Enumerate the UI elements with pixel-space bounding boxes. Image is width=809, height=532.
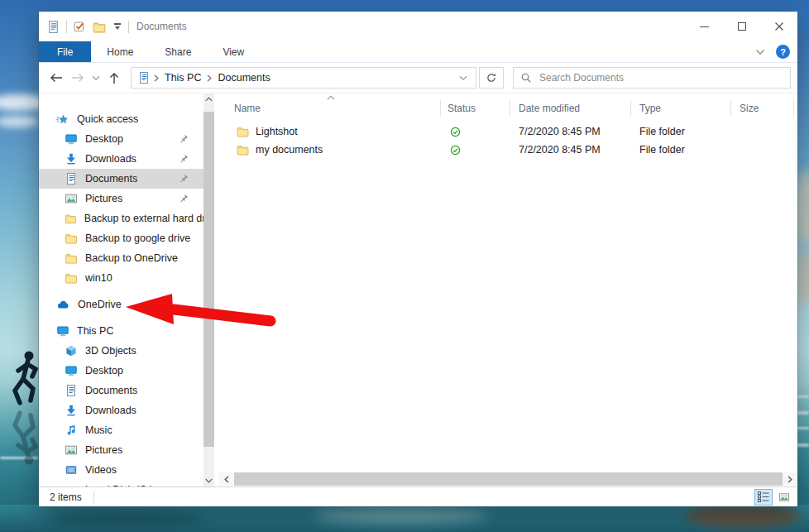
scrollbar-thumb[interactable]: [234, 472, 783, 486]
onedrive-cloud-icon: [56, 299, 70, 310]
file-list-pane: Name Status Date modified Type Size Ligh…: [214, 93, 797, 486]
back-arrow-icon: [50, 73, 63, 83]
sidebar-item-pictures-qa[interactable]: Pictures: [39, 189, 203, 208]
pin-icon: [179, 193, 190, 204]
properties-checkbox-icon[interactable]: [73, 20, 86, 33]
quick-access-toolbar: [46, 20, 129, 34]
file-name: my documents: [256, 144, 323, 156]
tab-home[interactable]: Home: [91, 41, 149, 62]
toolbar-separator: [66, 21, 67, 33]
forward-arrow-icon: [71, 73, 84, 83]
sidebar-item-this-pc[interactable]: This PC: [39, 321, 203, 341]
ribbon-tab-bar: File Home Share View ?: [39, 41, 797, 63]
details-view-icon: [758, 491, 769, 502]
sidebar-item-pictures-pc[interactable]: Pictures: [39, 440, 203, 460]
breadcrumb-this-pc[interactable]: This PC: [162, 72, 203, 84]
file-size: [731, 122, 794, 141]
tab-share[interactable]: Share: [149, 41, 207, 62]
recent-locations-button[interactable]: [89, 67, 103, 89]
address-dropdown-icon[interactable]: [454, 75, 472, 81]
details-view-button[interactable]: [754, 489, 773, 506]
window-title: Documents: [136, 21, 187, 32]
sidebar-item-downloads-qa[interactable]: Downloads: [39, 149, 203, 169]
quick-access-icon: [56, 113, 69, 126]
forward-button[interactable]: [67, 67, 89, 89]
navigation-pane: Quick access Desktop Downloads Documents: [39, 93, 214, 486]
column-header-status[interactable]: Status: [441, 100, 510, 117]
search-icon: [520, 72, 532, 84]
title-bar[interactable]: Documents: [39, 12, 797, 41]
close-button[interactable]: [760, 12, 797, 41]
minimize-icon: [700, 26, 709, 27]
up-button[interactable]: [103, 67, 125, 89]
file-type: File folder: [631, 122, 731, 141]
maximize-button[interactable]: [723, 12, 760, 41]
thumbnail-view-button[interactable]: [775, 489, 793, 506]
sidebar-item-win10[interactable]: win10: [39, 268, 203, 288]
music-icon: [65, 424, 78, 437]
file-row-my-documents[interactable]: my documents 7/2/2020 8:45 PM File folde…: [219, 141, 797, 159]
back-button[interactable]: [45, 67, 67, 89]
collapse-ribbon-icon[interactable]: [755, 49, 765, 55]
search-box[interactable]: [513, 67, 791, 89]
folder-icon: [65, 212, 77, 225]
status-bar: 2 items: [39, 486, 797, 506]
column-header-name[interactable]: Name: [219, 100, 441, 117]
videos-icon: [65, 463, 78, 477]
desktop-background: Documents File Home Share View ?: [0, 0, 809, 532]
navigation-bar: This PC Documents: [39, 63, 797, 93]
sidebar-item-music[interactable]: Music: [39, 420, 203, 440]
sidebar-item-desktop-qa[interactable]: Desktop: [39, 129, 203, 149]
breadcrumb-documents[interactable]: Documents: [215, 72, 272, 84]
scroll-left-icon[interactable]: [219, 476, 234, 483]
cloud-decoration: [0, 116, 40, 127]
sidebar-item-documents-qa[interactable]: Documents: [39, 169, 203, 189]
column-header-date-modified[interactable]: Date modified: [510, 100, 631, 117]
breadcrumb-chevron-icon: [203, 74, 215, 82]
minimize-button[interactable]: [686, 12, 723, 41]
scroll-down-icon[interactable]: [203, 475, 214, 486]
folder-icon: [65, 252, 78, 265]
up-arrow-icon: [109, 72, 119, 84]
column-header-type[interactable]: Type: [631, 100, 731, 117]
sidebar-item-downloads-pc[interactable]: Downloads: [39, 400, 203, 420]
scroll-up-icon[interactable]: [203, 93, 214, 105]
item-count: 2 items: [50, 491, 82, 503]
sidebar-item-local-disk[interactable]: Local Disk (C:): [39, 480, 203, 486]
scroll-right-icon[interactable]: [783, 476, 797, 483]
scrollbar-thumb[interactable]: [203, 112, 214, 447]
pin-icon: [179, 153, 190, 165]
sidebar-item-backup-google[interactable]: Backup to google drive: [39, 228, 203, 248]
documents-icon: [65, 172, 78, 185]
close-icon: [774, 22, 784, 31]
explorer-app-icon: [46, 20, 60, 34]
refresh-button[interactable]: [479, 67, 504, 89]
sidebar-item-backup-external[interactable]: Backup to external hard driv: [39, 208, 203, 228]
tab-file[interactable]: File: [39, 41, 91, 62]
sidebar-scrollbar[interactable]: [203, 93, 214, 486]
help-icon[interactable]: ?: [776, 45, 790, 59]
pin-icon: [179, 173, 190, 185]
search-input[interactable]: [539, 72, 783, 84]
sidebar-item-backup-onedrive[interactable]: Backup to OneDrive: [39, 248, 203, 268]
date-modified: 7/2/2020 8:45 PM: [510, 122, 631, 141]
column-header-row: Name Status Date modified Type Size: [219, 98, 797, 119]
file-row-lightshot[interactable]: Lightshot 7/2/2020 8:45 PM File folder: [219, 122, 797, 141]
sidebar-item-videos[interactable]: Videos: [39, 460, 203, 480]
sidebar-item-quick-access[interactable]: Quick access: [39, 109, 203, 129]
sidebar-item-desktop-pc[interactable]: Desktop: [39, 361, 203, 381]
folder-icon: [65, 271, 78, 285]
sort-ascending-icon: [327, 95, 335, 100]
new-folder-icon[interactable]: [92, 20, 107, 34]
horizontal-scrollbar[interactable]: [219, 472, 797, 486]
statusbar-separator: [93, 491, 94, 503]
folder-icon: [236, 143, 250, 156]
column-header-size[interactable]: Size: [731, 100, 794, 117]
sidebar-item-3d-objects[interactable]: 3D Objects: [39, 341, 203, 361]
file-name: Lightshot: [256, 126, 298, 137]
sidebar-item-onedrive[interactable]: OneDrive: [39, 295, 203, 314]
sidebar-item-documents-pc[interactable]: Documents: [39, 381, 203, 400]
customize-toolbar-dropdown-icon[interactable]: [112, 22, 122, 31]
address-bar[interactable]: This PC Documents: [131, 67, 476, 89]
tab-view[interactable]: View: [207, 41, 260, 62]
